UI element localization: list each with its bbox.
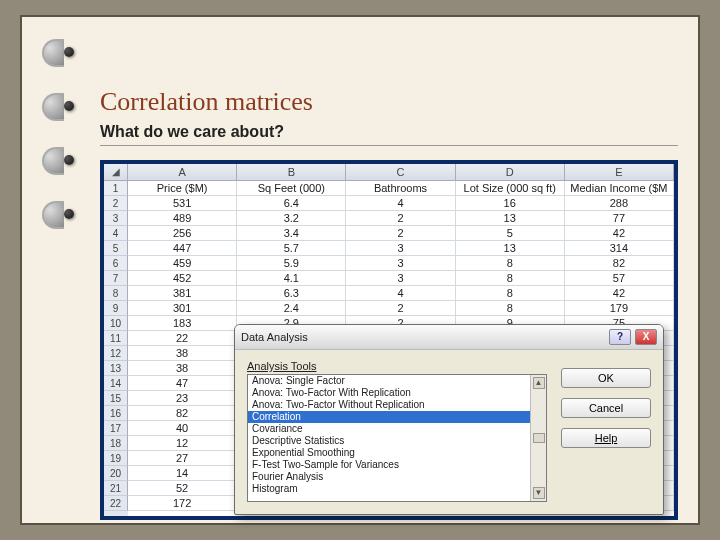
cell[interactable]: 77 <box>565 211 674 226</box>
cell[interactable]: 57 <box>565 271 674 286</box>
list-item[interactable]: F-Test Two-Sample for Variances <box>248 459 530 471</box>
row-header[interactable]: 17 <box>104 421 128 436</box>
cell[interactable]: 82 <box>565 256 674 271</box>
cell[interactable]: 42 <box>565 286 674 301</box>
cell[interactable]: 256 <box>128 226 237 241</box>
row-header[interactable]: 3 <box>104 211 128 226</box>
list-item[interactable]: Fourier Analysis <box>248 471 530 483</box>
cell[interactable]: 14 <box>128 466 237 481</box>
list-item[interactable]: Anova: Two-Factor Without Replication <box>248 399 530 411</box>
cell[interactable]: 3 <box>346 256 455 271</box>
cell[interactable]: 452 <box>128 271 237 286</box>
row-header[interactable]: 5 <box>104 241 128 256</box>
cell[interactable]: Lot Size (000 sq ft) <box>456 181 565 196</box>
row-header[interactable]: 21 <box>104 481 128 496</box>
cell[interactable]: 2.4 <box>237 301 346 316</box>
row-header[interactable]: 10 <box>104 316 128 331</box>
cell[interactable]: 179 <box>565 301 674 316</box>
cell[interactable]: 301 <box>128 301 237 316</box>
cell[interactable]: 3 <box>346 241 455 256</box>
cell[interactable]: Sq Feet (000) <box>237 181 346 196</box>
cell[interactable]: 2 <box>346 226 455 241</box>
column-header[interactable]: B <box>237 164 346 180</box>
listbox-scrollbar[interactable]: ▲ ▼ <box>530 375 546 501</box>
row-header[interactable]: 19 <box>104 451 128 466</box>
cell[interactable]: 13 <box>456 211 565 226</box>
cell[interactable]: 16 <box>456 196 565 211</box>
cell[interactable]: 381 <box>128 286 237 301</box>
cell[interactable]: 27 <box>128 451 237 466</box>
row-header[interactable]: 7 <box>104 271 128 286</box>
row-header[interactable]: 9 <box>104 301 128 316</box>
list-item[interactable]: Histogram <box>248 483 530 495</box>
cell[interactable]: 5.7 <box>237 241 346 256</box>
column-header[interactable]: E <box>565 164 674 180</box>
row-header[interactable]: 4 <box>104 226 128 241</box>
cell[interactable]: 3.2 <box>237 211 346 226</box>
row-header[interactable]: 16 <box>104 406 128 421</box>
cell[interactable]: 314 <box>565 241 674 256</box>
row-header[interactable]: 22 <box>104 496 128 511</box>
cell[interactable]: 447 <box>128 241 237 256</box>
cell[interactable]: 38 <box>128 361 237 376</box>
cell[interactable]: 3.4 <box>237 226 346 241</box>
row-header[interactable]: 18 <box>104 436 128 451</box>
row-header[interactable]: 12 <box>104 346 128 361</box>
help-icon[interactable]: ? <box>609 329 631 345</box>
cell[interactable]: Median Income ($M <box>565 181 674 196</box>
cell[interactable]: 12 <box>128 436 237 451</box>
row-header[interactable]: 15 <box>104 391 128 406</box>
list-item[interactable]: Anova: Two-Factor With Replication <box>248 387 530 399</box>
row-header[interactable]: 20 <box>104 466 128 481</box>
scroll-grip[interactable] <box>533 433 545 443</box>
dialog-titlebar[interactable]: Data Analysis ? X <box>235 325 663 350</box>
list-item[interactable]: Covariance <box>248 423 530 435</box>
column-header[interactable]: A <box>128 164 237 180</box>
list-item[interactable]: Descriptive Statistics <box>248 435 530 447</box>
column-header[interactable]: C <box>346 164 455 180</box>
help-button[interactable]: Help <box>561 428 651 448</box>
select-all-corner[interactable]: ◢ <box>104 164 128 180</box>
cell[interactable]: 13 <box>456 241 565 256</box>
list-item[interactable]: Anova: Single Factor <box>248 375 530 387</box>
cell[interactable]: 288 <box>565 196 674 211</box>
cell[interactable]: 183 <box>128 316 237 331</box>
cell[interactable]: 82 <box>128 406 237 421</box>
cell[interactable]: 23 <box>128 391 237 406</box>
cell[interactable]: 40 <box>128 421 237 436</box>
cell[interactable]: 38 <box>128 346 237 361</box>
row-header[interactable]: 13 <box>104 361 128 376</box>
cell[interactable]: 47 <box>128 376 237 391</box>
row-header[interactable]: 14 <box>104 376 128 391</box>
scroll-up-icon[interactable]: ▲ <box>533 377 545 389</box>
scroll-down-icon[interactable]: ▼ <box>533 487 545 499</box>
row-header[interactable]: 8 <box>104 286 128 301</box>
cell[interactable]: 8 <box>456 256 565 271</box>
cell[interactable]: 8 <box>456 271 565 286</box>
close-icon[interactable]: X <box>635 329 657 345</box>
cell[interactable]: Bathrooms <box>346 181 455 196</box>
row-header[interactable]: 2 <box>104 196 128 211</box>
cell[interactable]: 172 <box>128 496 237 511</box>
cell[interactable]: 22 <box>128 331 237 346</box>
analysis-tools-listbox[interactable]: Anova: Single FactorAnova: Two-Factor Wi… <box>247 374 547 502</box>
cell[interactable]: 4.1 <box>237 271 346 286</box>
cell[interactable]: 2 <box>346 211 455 226</box>
cell[interactable]: 4 <box>346 286 455 301</box>
cell[interactable]: 3 <box>346 271 455 286</box>
row-header[interactable]: 11 <box>104 331 128 346</box>
cell[interactable]: 6.3 <box>237 286 346 301</box>
cell[interactable]: 5.9 <box>237 256 346 271</box>
row-header[interactable]: 6 <box>104 256 128 271</box>
cell[interactable]: 5 <box>456 226 565 241</box>
cancel-button[interactable]: Cancel <box>561 398 651 418</box>
cell[interactable]: 8 <box>456 301 565 316</box>
column-header[interactable]: D <box>456 164 565 180</box>
list-item[interactable]: Exponential Smoothing <box>248 447 530 459</box>
row-header[interactable]: 1 <box>104 181 128 196</box>
list-item[interactable]: Correlation <box>248 411 530 423</box>
cell[interactable]: 459 <box>128 256 237 271</box>
ok-button[interactable]: OK <box>561 368 651 388</box>
cell[interactable]: 52 <box>128 481 237 496</box>
cell[interactable]: 4 <box>346 196 455 211</box>
